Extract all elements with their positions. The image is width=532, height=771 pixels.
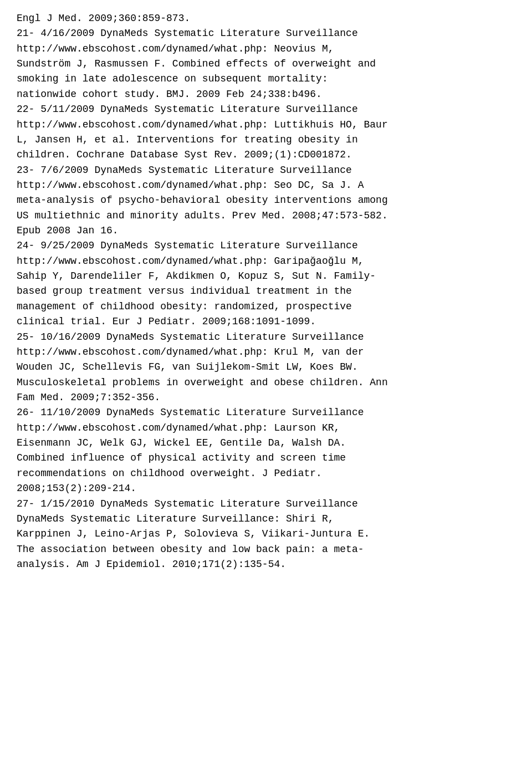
main-content: Engl J Med. 2009;360:859-873. 21- 4/16/2… xyxy=(17,11,515,572)
